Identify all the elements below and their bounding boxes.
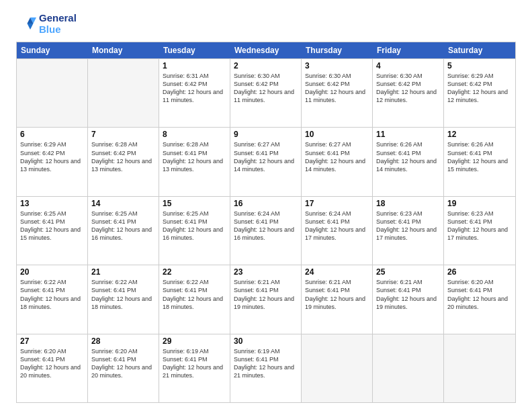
day-number: 15	[163, 199, 226, 208]
calendar-cell: 28Sunrise: 6:20 AM Sunset: 6:41 PM Dayli…	[88, 334, 159, 402]
cell-info: Sunrise: 6:22 AM Sunset: 6:41 PM Dayligh…	[163, 278, 226, 311]
day-number: 11	[376, 130, 440, 139]
calendar-cell: 19Sunrise: 6:23 AM Sunset: 6:41 PM Dayli…	[444, 197, 515, 265]
day-number: 22	[163, 267, 226, 277]
calendar-header: SundayMondayTuesdayWednesdayThursdayFrid…	[17, 42, 515, 58]
cell-info: Sunrise: 6:21 AM Sunset: 6:41 PM Dayligh…	[305, 278, 369, 311]
logo-text: General Blue	[39, 12, 77, 35]
cell-info: Sunrise: 6:24 AM Sunset: 6:41 PM Dayligh…	[234, 210, 298, 242]
cell-info: Sunrise: 6:21 AM Sunset: 6:41 PM Dayligh…	[376, 278, 440, 311]
logo-icon	[16, 13, 36, 34]
calendar-cell: 11Sunrise: 6:26 AM Sunset: 6:41 PM Dayli…	[373, 128, 444, 195]
calendar-row: 6Sunrise: 6:29 AM Sunset: 6:42 PM Daylig…	[17, 127, 515, 195]
calendar-row: 13Sunrise: 6:25 AM Sunset: 6:41 PM Dayli…	[17, 196, 515, 265]
cell-info: Sunrise: 6:19 AM Sunset: 6:41 PM Dayligh…	[234, 347, 298, 380]
day-number: 30	[234, 336, 298, 346]
cell-info: Sunrise: 6:30 AM Sunset: 6:42 PM Dayligh…	[376, 72, 440, 105]
cell-info: Sunrise: 6:31 AM Sunset: 6:42 PM Dayligh…	[163, 72, 226, 105]
calendar-cell: 10Sunrise: 6:27 AM Sunset: 6:41 PM Dayli…	[302, 128, 373, 195]
day-number: 3	[305, 61, 369, 71]
cell-info: Sunrise: 6:27 AM Sunset: 6:41 PM Dayligh…	[234, 140, 298, 173]
header: General Blue	[16, 12, 516, 35]
cell-info: Sunrise: 6:29 AM Sunset: 6:42 PM Dayligh…	[20, 140, 84, 173]
day-number: 2	[234, 61, 298, 71]
cell-info: Sunrise: 6:19 AM Sunset: 6:41 PM Dayligh…	[163, 347, 226, 380]
logo: General Blue	[16, 12, 77, 35]
cell-info: Sunrise: 6:25 AM Sunset: 6:41 PM Dayligh…	[91, 210, 155, 242]
weekday-header: Wednesday	[230, 42, 302, 58]
cell-info: Sunrise: 6:22 AM Sunset: 6:41 PM Dayligh…	[20, 278, 84, 311]
weekday-header: Sunday	[17, 42, 88, 58]
weekday-header: Saturday	[444, 42, 515, 58]
calendar-body: 1Sunrise: 6:31 AM Sunset: 6:42 PM Daylig…	[17, 58, 515, 402]
day-number: 17	[305, 199, 369, 208]
day-number: 29	[163, 336, 226, 346]
calendar-cell	[88, 59, 159, 127]
calendar-cell: 30Sunrise: 6:19 AM Sunset: 6:41 PM Dayli…	[230, 334, 302, 402]
calendar-cell: 6Sunrise: 6:29 AM Sunset: 6:42 PM Daylig…	[17, 128, 88, 195]
calendar-cell: 21Sunrise: 6:22 AM Sunset: 6:41 PM Dayli…	[88, 265, 159, 333]
day-number: 5	[447, 61, 512, 71]
calendar-cell: 7Sunrise: 6:28 AM Sunset: 6:42 PM Daylig…	[88, 128, 159, 195]
calendar-cell: 3Sunrise: 6:30 AM Sunset: 6:42 PM Daylig…	[302, 59, 373, 127]
day-number: 19	[447, 199, 512, 208]
day-number: 8	[163, 130, 226, 139]
cell-info: Sunrise: 6:25 AM Sunset: 6:41 PM Dayligh…	[20, 210, 84, 242]
calendar-cell: 8Sunrise: 6:28 AM Sunset: 6:41 PM Daylig…	[159, 128, 230, 195]
day-number: 28	[91, 336, 155, 346]
day-number: 1	[163, 61, 226, 71]
cell-info: Sunrise: 6:20 AM Sunset: 6:41 PM Dayligh…	[447, 278, 512, 311]
cell-info: Sunrise: 6:30 AM Sunset: 6:42 PM Dayligh…	[234, 72, 298, 105]
day-number: 23	[234, 267, 298, 277]
calendar-cell: 17Sunrise: 6:24 AM Sunset: 6:41 PM Dayli…	[302, 197, 373, 265]
day-number: 10	[305, 130, 369, 139]
calendar-cell: 15Sunrise: 6:25 AM Sunset: 6:41 PM Dayli…	[159, 197, 230, 265]
day-number: 18	[376, 199, 440, 208]
day-number: 9	[234, 130, 298, 139]
calendar-cell: 20Sunrise: 6:22 AM Sunset: 6:41 PM Dayli…	[17, 265, 88, 333]
cell-info: Sunrise: 6:24 AM Sunset: 6:41 PM Dayligh…	[305, 210, 369, 242]
calendar-cell: 18Sunrise: 6:23 AM Sunset: 6:41 PM Dayli…	[373, 197, 444, 265]
day-number: 12	[447, 130, 512, 139]
svg-marker-2	[28, 24, 34, 30]
cell-info: Sunrise: 6:22 AM Sunset: 6:41 PM Dayligh…	[91, 278, 155, 311]
day-number: 14	[91, 199, 155, 208]
day-number: 26	[447, 267, 512, 277]
cell-info: Sunrise: 6:20 AM Sunset: 6:41 PM Dayligh…	[20, 347, 84, 380]
day-number: 25	[376, 267, 440, 277]
calendar-cell: 24Sunrise: 6:21 AM Sunset: 6:41 PM Dayli…	[302, 265, 373, 333]
calendar-cell	[17, 59, 88, 127]
weekday-header: Monday	[88, 42, 159, 58]
calendar-cell: 26Sunrise: 6:20 AM Sunset: 6:41 PM Dayli…	[444, 265, 515, 333]
calendar-cell: 9Sunrise: 6:27 AM Sunset: 6:41 PM Daylig…	[230, 128, 302, 195]
calendar-cell: 14Sunrise: 6:25 AM Sunset: 6:41 PM Dayli…	[88, 197, 159, 265]
cell-info: Sunrise: 6:26 AM Sunset: 6:41 PM Dayligh…	[447, 140, 512, 173]
day-number: 7	[91, 130, 155, 139]
calendar-row: 1Sunrise: 6:31 AM Sunset: 6:42 PM Daylig…	[17, 58, 515, 127]
cell-info: Sunrise: 6:25 AM Sunset: 6:41 PM Dayligh…	[163, 210, 226, 242]
day-number: 21	[91, 267, 155, 277]
weekday-header: Thursday	[302, 42, 373, 58]
calendar: SundayMondayTuesdayWednesdayThursdayFrid…	[16, 42, 516, 403]
cell-info: Sunrise: 6:30 AM Sunset: 6:42 PM Dayligh…	[305, 72, 369, 105]
day-number: 4	[376, 61, 440, 71]
calendar-cell	[373, 334, 444, 402]
day-number: 6	[20, 130, 84, 139]
calendar-row: 20Sunrise: 6:22 AM Sunset: 6:41 PM Dayli…	[17, 265, 515, 333]
cell-info: Sunrise: 6:28 AM Sunset: 6:42 PM Dayligh…	[91, 140, 155, 173]
page: General Blue SundayMondayTuesdayWednesda…	[0, 0, 532, 411]
calendar-cell: 25Sunrise: 6:21 AM Sunset: 6:41 PM Dayli…	[373, 265, 444, 333]
cell-info: Sunrise: 6:26 AM Sunset: 6:41 PM Dayligh…	[376, 140, 440, 173]
day-number: 13	[20, 199, 84, 208]
calendar-cell: 29Sunrise: 6:19 AM Sunset: 6:41 PM Dayli…	[159, 334, 230, 402]
calendar-cell: 2Sunrise: 6:30 AM Sunset: 6:42 PM Daylig…	[230, 59, 302, 127]
calendar-cell: 4Sunrise: 6:30 AM Sunset: 6:42 PM Daylig…	[373, 59, 444, 127]
calendar-cell: 16Sunrise: 6:24 AM Sunset: 6:41 PM Dayli…	[230, 197, 302, 265]
calendar-cell: 22Sunrise: 6:22 AM Sunset: 6:41 PM Dayli…	[159, 265, 230, 333]
cell-info: Sunrise: 6:20 AM Sunset: 6:41 PM Dayligh…	[91, 347, 155, 380]
calendar-cell: 13Sunrise: 6:25 AM Sunset: 6:41 PM Dayli…	[17, 197, 88, 265]
cell-info: Sunrise: 6:27 AM Sunset: 6:41 PM Dayligh…	[305, 140, 369, 173]
cell-info: Sunrise: 6:23 AM Sunset: 6:41 PM Dayligh…	[376, 210, 440, 242]
cell-info: Sunrise: 6:21 AM Sunset: 6:41 PM Dayligh…	[234, 278, 298, 311]
cell-info: Sunrise: 6:23 AM Sunset: 6:41 PM Dayligh…	[447, 210, 512, 242]
